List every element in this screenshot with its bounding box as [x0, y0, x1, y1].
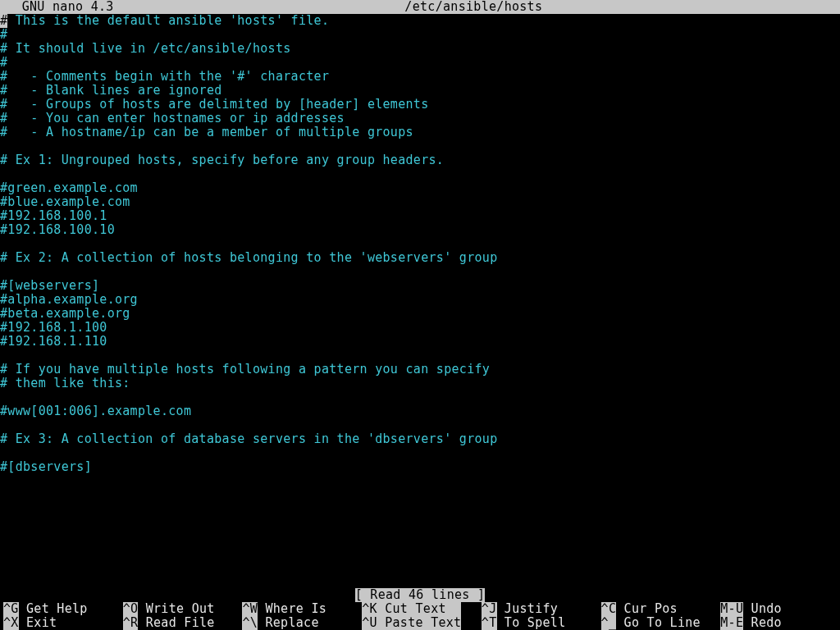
- file-line[interactable]: # If you have multiple hosts following a…: [0, 363, 840, 377]
- file-line[interactable]: [0, 418, 840, 432]
- status-bar: [ Read 46 lines ]: [0, 588, 840, 602]
- file-line[interactable]: # - Groups of hosts are delimited by [he…: [0, 98, 840, 112]
- file-line[interactable]: #: [0, 56, 840, 70]
- shortcut-label: Paste Text: [377, 616, 462, 630]
- file-line[interactable]: #: [0, 28, 840, 42]
- shortcut-key: ^_: [601, 616, 617, 630]
- shortcut-label: Get Help: [19, 602, 88, 616]
- file-line[interactable]: [0, 167, 840, 181]
- shortcut-item: ^_ Go To Line: [601, 616, 721, 630]
- shortcut-label: Redo: [743, 616, 782, 630]
- file-line[interactable]: #192.168.100.1: [0, 209, 840, 223]
- file-line[interactable]: [0, 237, 840, 251]
- file-line[interactable]: # Ex 2: A collection of hosts belonging …: [0, 251, 840, 265]
- file-line[interactable]: [0, 265, 840, 279]
- shortcut-label: Replace: [258, 616, 319, 630]
- shortcut-item: ^R Read File: [123, 616, 243, 630]
- file-line[interactable]: #[webservers]: [0, 279, 840, 293]
- shortcut-item: ^J Justify: [482, 602, 601, 616]
- file-line[interactable]: #alpha.example.org: [0, 293, 840, 307]
- shortcut-key: ^T: [482, 616, 497, 630]
- shortcut-key: ^W: [242, 602, 258, 616]
- shortcut-key: ^\: [242, 616, 258, 630]
- shortcut-item: ^G Get Help: [3, 602, 123, 616]
- file-line[interactable]: [0, 446, 840, 460]
- shortcut-label: Where Is: [258, 602, 326, 616]
- shortcut-bar: ^G Get Help^X Exit^O Write Out^R Read Fi…: [0, 602, 840, 630]
- shortcut-label: To Spell: [497, 616, 566, 630]
- file-line[interactable]: #192.168.100.10: [0, 223, 840, 237]
- shortcut-label: Read File: [138, 616, 214, 630]
- shortcut-label: Exit: [19, 616, 57, 630]
- file-line[interactable]: [0, 390, 840, 404]
- file-line[interactable]: # - Comments begin with the '#' characte…: [0, 70, 840, 84]
- file-line[interactable]: #192.168.1.110: [0, 335, 840, 349]
- shortcut-label: Go To Line: [616, 616, 701, 630]
- file-line[interactable]: # them like this:: [0, 377, 840, 390]
- shortcut-item: M-E Redo: [720, 616, 840, 630]
- shortcut-item: M-U Undo: [720, 602, 840, 616]
- editor-viewport[interactable]: # This is the default ansible 'hosts' fi…: [0, 14, 840, 588]
- file-line[interactable]: #www[001:006].example.com: [0, 404, 840, 418]
- file-line[interactable]: # Ex 1: Ungrouped hosts, specify before …: [0, 153, 840, 167]
- file-line[interactable]: # Ex 3: A collection of database servers…: [0, 432, 840, 446]
- shortcut-key: ^U: [362, 616, 377, 630]
- file-line[interactable]: [0, 349, 840, 363]
- shortcut-label: Write Out: [138, 602, 214, 616]
- shortcut-key: ^J: [482, 602, 497, 616]
- shortcut-key: ^C: [601, 602, 617, 616]
- file-line[interactable]: #[dbservers]: [0, 460, 840, 474]
- shortcut-item: ^\ Replace: [242, 616, 362, 630]
- file-line[interactable]: # - Blank lines are ignored: [0, 84, 840, 98]
- file-line[interactable]: [0, 474, 840, 488]
- file-line[interactable]: #green.example.com: [0, 181, 840, 195]
- shortcut-label: Cut Text: [377, 602, 462, 616]
- shortcut-key: ^K: [362, 602, 377, 616]
- app-name: GNU nano 4.3: [0, 0, 114, 14]
- shortcut-label: Justify: [497, 602, 559, 616]
- shortcut-item: ^W Where Is: [242, 602, 362, 616]
- shortcut-item: ^O Write Out: [123, 602, 243, 616]
- shortcut-label: Cur Pos: [616, 602, 678, 616]
- file-line[interactable]: #blue.example.com: [0, 195, 840, 209]
- title-bar: GNU nano 4.3 /etc/ansible/hosts: [0, 0, 840, 14]
- file-path: /etc/ansible/hosts: [114, 0, 833, 14]
- shortcut-key: ^R: [123, 616, 139, 630]
- shortcut-key: M-U: [720, 602, 743, 616]
- file-line[interactable]: #beta.example.org: [0, 307, 840, 321]
- shortcut-item: ^U Paste Text: [362, 616, 482, 630]
- file-line[interactable]: #192.168.1.100: [0, 321, 840, 335]
- shortcut-item: ^T To Spell: [482, 616, 601, 630]
- file-line[interactable]: # It should live in /etc/ansible/hosts: [0, 42, 840, 56]
- shortcut-item: ^K Cut Text: [362, 602, 482, 616]
- shortcut-item: ^C Cur Pos: [601, 602, 721, 616]
- file-line[interactable]: # - You can enter hostnames or ip addres…: [0, 112, 840, 126]
- file-line[interactable]: # This is the default ansible 'hosts' fi…: [0, 14, 840, 28]
- shortcut-item: ^X Exit: [3, 616, 123, 630]
- file-line[interactable]: [0, 139, 840, 153]
- shortcut-label: Undo: [743, 602, 782, 616]
- text-cursor: #: [0, 14, 7, 28]
- shortcut-key: ^O: [123, 602, 139, 616]
- shortcut-key: M-E: [720, 616, 743, 630]
- status-message: [ Read 46 lines ]: [355, 588, 486, 602]
- shortcut-key: ^G: [3, 602, 19, 616]
- file-line[interactable]: # - A hostname/ip can be a member of mul…: [0, 126, 840, 139]
- shortcut-key: ^X: [3, 616, 19, 630]
